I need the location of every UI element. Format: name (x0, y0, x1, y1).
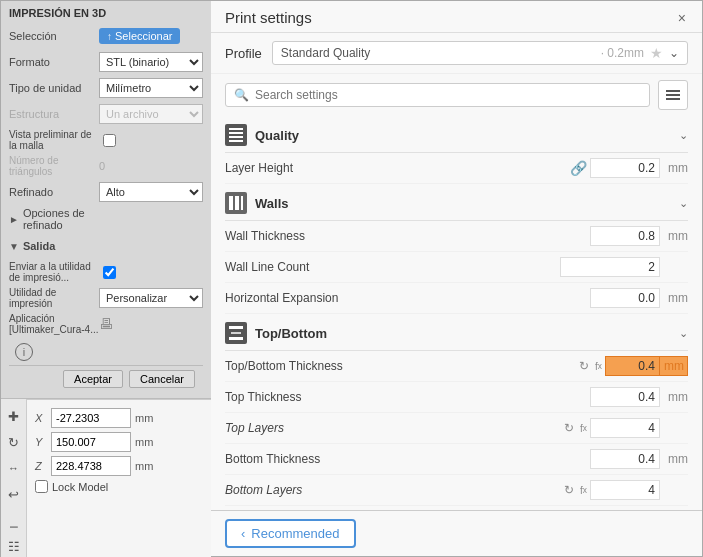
menu-lines-button[interactable] (658, 80, 688, 110)
svg-rect-0 (229, 128, 243, 130)
top-thickness-input[interactable] (590, 387, 660, 407)
top-layers-fx-icon[interactable]: fx (577, 423, 590, 434)
info-row: i (9, 339, 203, 365)
star-button[interactable]: ★ (650, 45, 663, 61)
recommended-button[interactable]: ‹ Recommended (225, 519, 356, 548)
quality-label: Quality (255, 128, 679, 143)
top-layers-input[interactable] (590, 418, 660, 438)
horizontal-expansion-input[interactable] (590, 288, 660, 308)
utilidad-select[interactable]: Personalizar (99, 288, 203, 308)
menu-line-2 (666, 94, 680, 96)
top-layers-row: Top Layers ↻ fx (225, 413, 688, 444)
formato-row: Formato STL (binario) (9, 51, 203, 73)
bottom-bar: ‹ Recommended (211, 510, 702, 556)
left-transform-section: ✚ ↻ ↔ ↩ ⎯ ☷ 🔍 X -27.2303 mm Y 150.007 mm (1, 399, 211, 557)
profile-select[interactable]: Standard Quality · 0.2mm ★ ⌄ (272, 41, 688, 65)
svg-rect-7 (229, 326, 243, 329)
topbottom-thickness-fx-icon[interactable]: fx (592, 361, 605, 372)
horizontal-expansion-unit: mm (660, 291, 688, 305)
refinado-select[interactable]: Alto (99, 182, 203, 202)
topbottom-label: Top/Bottom (255, 326, 679, 341)
z-coord-row: Z 228.4738 mm (35, 456, 203, 476)
layer-height-input[interactable] (590, 158, 660, 178)
search-row: 🔍 (211, 74, 702, 116)
move-icon[interactable]: ✚ (3, 405, 25, 427)
profile-row: Profile Standard Quality · 0.2mm ★ ⌄ (211, 33, 702, 74)
search-icon: 🔍 (234, 88, 249, 102)
top-layers-reset-icon[interactable]: ↻ (561, 421, 577, 435)
svg-rect-4 (229, 196, 233, 210)
undo-icon[interactable]: ↩ (3, 483, 25, 505)
cancelar-button[interactable]: Cancelar (129, 370, 195, 388)
seleccion-button[interactable]: Seleccionar (99, 28, 180, 44)
opciones-row[interactable]: ► Opciones de refinado (9, 207, 203, 231)
flip-icon[interactable]: ↔ (3, 457, 25, 479)
topbottom-thickness-input[interactable] (605, 356, 660, 376)
aplicacion-label: Aplicación [Ultimaker_Cura-4... (9, 313, 99, 335)
seleccion-label: Selección (9, 30, 99, 42)
bottom-layers-input[interactable] (590, 480, 660, 500)
info-icon[interactable]: i (15, 343, 33, 361)
estructura-label: Estructura (9, 108, 99, 120)
topbottom-header[interactable]: Top/Bottom ⌄ (225, 314, 688, 351)
wall-line-count-label: Wall Line Count (225, 260, 560, 274)
top-thickness-row: Top Thickness mm (225, 382, 688, 413)
bottom-thickness-input[interactable] (590, 449, 660, 469)
z-input[interactable]: 228.4738 (51, 456, 131, 476)
quality-chevron: ⌄ (679, 129, 688, 142)
svg-rect-8 (229, 337, 243, 340)
z-unit: mm (135, 460, 153, 472)
top-thickness-unit: mm (660, 390, 688, 404)
layer-height-link-icon[interactable]: 🔗 (567, 160, 590, 176)
svg-rect-6 (241, 196, 243, 210)
vista-checkbox[interactable] (103, 134, 116, 147)
rotate-icon[interactable]: ↻ (3, 431, 25, 453)
left-form-section: IMPRESIÓN EN 3D Selección Seleccionar Fo… (1, 1, 211, 399)
num-triangulos-value: 0 (99, 160, 203, 172)
search-input[interactable] (255, 88, 641, 102)
grid-icon[interactable]: ☷ (3, 535, 25, 557)
y-unit: mm (135, 436, 153, 448)
x-input[interactable]: -27.2303 (51, 408, 131, 428)
layer-height-label: Layer Height (225, 161, 567, 175)
svg-rect-1 (229, 132, 243, 134)
settings-content: Quality ⌄ Layer Height 🔗 mm Walls (211, 116, 702, 510)
wall-line-count-row: Wall Line Count (225, 252, 688, 283)
search-container: 🔍 (225, 83, 650, 107)
bottom-layers-reset-icon[interactable]: ↻ (561, 483, 577, 497)
quality-icon (225, 124, 247, 146)
bottom-layers-fx-icon[interactable]: fx (577, 485, 590, 496)
wall-thickness-row: Wall Thickness mm (225, 221, 688, 252)
right-panel: Print settings × Profile Standard Qualit… (211, 1, 702, 556)
salida-label: Salida (23, 240, 113, 252)
toolbar-icons: ✚ ↻ ↔ ↩ ⎯ ☷ 🔍 (1, 399, 27, 557)
formato-select[interactable]: STL (binario) (99, 52, 203, 72)
topbottom-chevron: ⌄ (679, 327, 688, 340)
top-layers-label: Top Layers (225, 421, 561, 435)
aceptar-button[interactable]: Aceptar (63, 370, 123, 388)
enviar-checkbox[interactable] (103, 266, 116, 279)
salida-row[interactable]: ▼ Salida (9, 235, 203, 257)
walls-header[interactable]: Walls ⌄ (225, 184, 688, 221)
svg-rect-2 (229, 136, 243, 138)
topbottom-thickness-reset-icon[interactable]: ↻ (576, 359, 592, 373)
walls-section: Walls ⌄ Wall Thickness mm Wall Line Coun… (225, 184, 688, 314)
estructura-select[interactable]: Un archivo (99, 104, 203, 124)
mirror-icon[interactable]: ⎯ (3, 509, 25, 531)
quality-header[interactable]: Quality ⌄ (225, 116, 688, 153)
wall-line-count-input[interactable] (560, 257, 660, 277)
utilidad-row: Utilidad de impresión Personalizar (9, 287, 203, 309)
lock-checkbox[interactable] (35, 480, 48, 493)
y-input[interactable]: 150.007 (51, 432, 131, 452)
close-button[interactable]: × (676, 10, 688, 26)
svg-rect-5 (235, 196, 239, 210)
lock-label: Lock Model (52, 481, 108, 493)
wall-thickness-input[interactable] (590, 226, 660, 246)
x-label: X (35, 412, 51, 424)
horizontal-expansion-row: Horizontal Expansion mm (225, 283, 688, 314)
walls-chevron: ⌄ (679, 197, 688, 210)
profile-chevron-button[interactable]: ⌄ (669, 46, 679, 60)
tipo-unidad-select[interactable]: Milímetro (99, 78, 203, 98)
main-container: IMPRESIÓN EN 3D Selección Seleccionar Fo… (0, 0, 703, 557)
refinado-label: Refinado (9, 186, 99, 198)
